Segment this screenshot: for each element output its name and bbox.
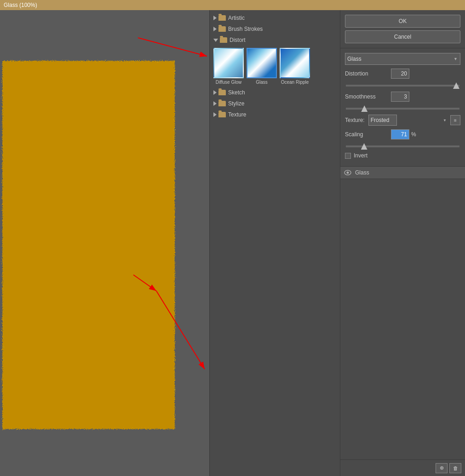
delete-icon: 🗑 <box>453 465 458 471</box>
group-label-texture: Texture <box>228 111 246 118</box>
filter-item-ocean-ripple[interactable]: Ocean Ripple <box>280 48 310 85</box>
filter-item-glass[interactable]: Glass <box>247 48 277 85</box>
filter-group-artistic[interactable]: Artistic <box>210 12 340 23</box>
filter-item-diffuse-glow[interactable]: Diffuse Glow <box>213 48 244 85</box>
ok-button[interactable]: OK <box>345 15 460 28</box>
bottom-toolbar: ⊕ 🗑 <box>340 459 465 476</box>
filter-label-ocean-ripple: Ocean Ripple <box>281 80 309 85</box>
group-label-artistic: Artistic <box>228 15 245 21</box>
applied-filter-item[interactable]: Glass <box>340 167 465 179</box>
filter-group-texture[interactable]: Texture <box>210 109 340 120</box>
distortion-slider[interactable] <box>346 85 459 87</box>
filter-group-brush-strokes[interactable]: Brush Strokes <box>210 23 340 35</box>
svg-line-3 <box>138 38 207 56</box>
invert-checkbox[interactable] <box>345 153 351 159</box>
percent-label: % <box>411 131 416 138</box>
filter-group-sketch[interactable]: Sketch <box>210 87 340 98</box>
group-label-distort: Distort <box>230 37 246 43</box>
delete-filter-button[interactable]: 🗑 <box>449 463 461 473</box>
group-label-brush-strokes: Brush Strokes <box>228 26 263 32</box>
invert-label: Invert <box>354 152 367 159</box>
eye-icon <box>344 170 351 175</box>
title-bar: Glass (100%) <box>0 0 465 10</box>
texture-menu-button[interactable]: ≡ <box>450 115 460 125</box>
cancel-button[interactable]: Cancel <box>345 30 460 43</box>
filter-group-stylize[interactable]: Stylize <box>210 98 340 109</box>
distortion-value[interactable] <box>391 69 409 79</box>
title-text: Glass (100%) <box>4 2 37 8</box>
smoothness-label: Smoothness <box>345 93 391 100</box>
filter-group-distort[interactable]: Distort Diffuse Glow Glass Ocean Ripple <box>210 35 340 87</box>
smoothness-value[interactable] <box>391 92 409 102</box>
svg-rect-1 <box>2 61 175 429</box>
preview-canvas <box>2 61 175 429</box>
smoothness-slider[interactable] <box>346 108 459 110</box>
applied-filter-name: Glass <box>355 169 369 176</box>
distortion-label: Distortion <box>345 70 391 77</box>
filter-panel: Artistic Brush Strokes Distort <box>209 10 340 476</box>
texture-label: Texture: <box>345 117 365 123</box>
filter-dropdown[interactable]: Glass Diffuse Glow Ocean Ripple <box>345 53 460 65</box>
preview-area <box>0 10 209 476</box>
scaling-value[interactable] <box>391 129 409 139</box>
right-panel: OK Cancel Glass Diffuse Glow Ocean Rippl… <box>340 10 465 476</box>
group-label-sketch: Sketch <box>228 89 245 96</box>
group-label-stylize: Stylize <box>228 100 244 107</box>
scaling-label: Scaling <box>345 131 391 138</box>
scaling-slider[interactable] <box>346 145 459 147</box>
new-filter-button[interactable]: ⊕ <box>436 463 448 473</box>
new-icon: ⊕ <box>440 465 444 471</box>
texture-dropdown[interactable]: Frosted Blocks Canvas Tiny Lens <box>368 115 397 126</box>
applied-filters-section: Glass <box>340 167 465 459</box>
filter-label-glass: Glass <box>256 80 268 85</box>
svg-point-7 <box>347 172 349 174</box>
filter-label-diffuse-glow: Diffuse Glow <box>216 80 242 85</box>
